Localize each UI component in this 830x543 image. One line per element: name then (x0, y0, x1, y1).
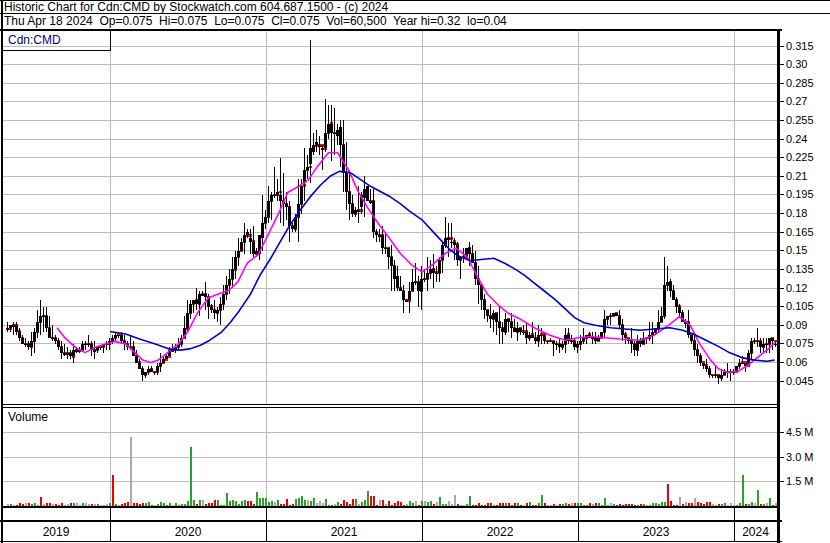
price-axis-label: 0.21 (786, 170, 807, 183)
price-axis-label: 0.06 (786, 356, 807, 369)
price-axis-label: 0.09 (786, 319, 807, 332)
price-axis-label: 0.135 (786, 263, 814, 276)
price-axis-label: 0.12 (786, 282, 807, 295)
year-label: 2022 (487, 525, 514, 539)
price-axis-label: 0.15 (786, 244, 807, 257)
price-axis-label: 0.315 (786, 40, 814, 53)
volume-axis-label: 1.5 M (786, 475, 814, 488)
moving-average-lines (57, 153, 775, 373)
year-label: 2020 (175, 525, 202, 539)
price-axis-label: 0.045 (786, 375, 814, 388)
volume-axis-label: 4.5 M (786, 426, 814, 439)
price-axis-label: 0.24 (786, 133, 807, 146)
stockwatch-historic-chart-page: { "header": { "line1": "Historic Chart f… (0, 0, 830, 543)
price-axis-label: 0.18 (786, 207, 807, 220)
year-label: 2019 (43, 525, 70, 539)
gridlines (2, 30, 777, 506)
price-axis-label: 0.30 (786, 58, 807, 71)
price-axis-label: 0.255 (786, 114, 814, 127)
volume-axis-label: 3.0 M (786, 451, 814, 464)
year-label: 2023 (643, 525, 670, 539)
price-axis-label: 0.075 (786, 337, 814, 350)
stock-chart-canvas[interactable] (0, 0, 830, 543)
volume-bars (7, 437, 778, 506)
price-axis-label: 0.195 (786, 188, 814, 201)
price-ohlc-bars (6, 40, 780, 384)
axis-tick-marks (780, 46, 784, 482)
price-axis-label: 0.285 (786, 77, 814, 90)
price-axis-label: 0.27 (786, 95, 807, 108)
price-axis-label: 0.105 (786, 300, 814, 313)
ma-fast-line (57, 153, 775, 373)
price-axis-label: 0.225 (786, 151, 814, 164)
year-label: 2024 (742, 525, 769, 539)
year-label: 2021 (331, 525, 358, 539)
price-axis-label: 0.165 (786, 226, 814, 239)
